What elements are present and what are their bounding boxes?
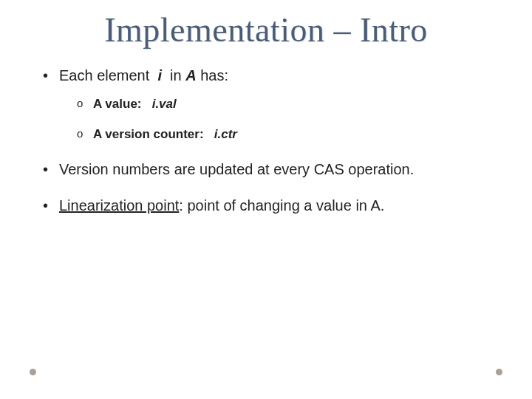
slide: Implementation – Intro Each element i in… (0, 0, 532, 399)
var-i-val: i.val (152, 97, 177, 111)
bullet-list: Each element i in A has: A value: i.val … (30, 66, 502, 216)
var-i-ctr: i.ctr (214, 127, 237, 141)
text-segment: Version numbers are updated at every CAS… (59, 161, 414, 177)
text-segment: has: (197, 67, 228, 83)
text-segment: in (162, 67, 185, 83)
bullet-each-element: Each element i in A has: A value: i.val … (43, 66, 502, 143)
text-segment: : point of changing a value in A. (179, 197, 384, 214)
sub-bullet-list: A value: i.val A version counter: i.ctr (59, 96, 502, 143)
text-segment: Each element (59, 67, 157, 83)
sub-bullet-version-counter: A version counter: i.ctr (77, 126, 502, 143)
slide-title: Implementation – Intro (30, 10, 502, 50)
sub-bullet-value: A value: i.val (77, 96, 502, 113)
term-linearization-point: Linearization point (59, 197, 179, 214)
decorative-dot-icon (496, 369, 502, 375)
var-A: A (185, 67, 196, 83)
decorative-dot-icon (30, 369, 36, 375)
bullet-version-numbers: Version numbers are updated at every CAS… (43, 160, 502, 180)
text-segment: A version counter: (93, 127, 214, 141)
bullet-linearization-point: Linearization point: point of changing a… (43, 196, 502, 216)
text-segment: A value: (93, 97, 152, 111)
